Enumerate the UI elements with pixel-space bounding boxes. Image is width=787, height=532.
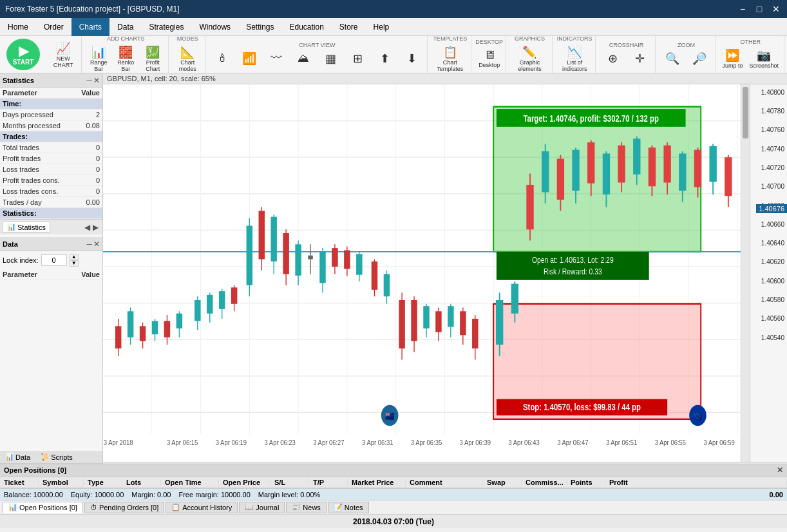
chart-modes-button[interactable]: 📐 Chart modes bbox=[173, 43, 202, 74]
graphic-elements-button[interactable]: ✏️ Graphic elements bbox=[510, 43, 549, 74]
svg-rect-105 bbox=[603, 153, 610, 195]
list-of-indicators-button[interactable]: 📉 List of indicators bbox=[556, 43, 593, 74]
zoom-in-button[interactable]: 🔍 bbox=[659, 50, 685, 68]
stats-section-header: Statistics: bbox=[0, 208, 102, 219]
svg-rect-49 bbox=[219, 291, 225, 309]
svg-rect-97 bbox=[542, 151, 549, 193]
data-panel-buttons: ─ ✕ bbox=[86, 240, 100, 249]
lock-index-down-btn[interactable]: ▼ bbox=[70, 260, 79, 267]
nav-tab-open-positions[interactable]: 📊 Open Positions [0] bbox=[3, 502, 83, 513]
scrollbar-thumb[interactable] bbox=[743, 87, 748, 138]
desktop-button[interactable]: 🖥 Desktop bbox=[476, 46, 502, 70]
svg-rect-107 bbox=[618, 146, 625, 183]
left-tab-scripts[interactable]: 📜 Scripts bbox=[35, 451, 78, 463]
lock-index-row: Lock index: ▲ ▼ bbox=[0, 251, 102, 269]
volume-view-button[interactable]: ▦ bbox=[318, 50, 343, 68]
svg-text:3 Apr 2018: 3 Apr 2018 bbox=[104, 438, 133, 446]
price-label-11: 1.40600 bbox=[761, 277, 784, 284]
nav-left-btn[interactable]: ◀ bbox=[83, 223, 91, 232]
close-btn[interactable]: ✕ bbox=[770, 4, 782, 14]
panel-close-btn[interactable]: ✕ bbox=[93, 76, 100, 85]
menu-windows[interactable]: Windows bbox=[191, 18, 238, 36]
price-label-14: 1.40540 bbox=[761, 334, 784, 341]
svg-rect-59 bbox=[283, 233, 289, 274]
maximize-btn[interactable]: □ bbox=[754, 4, 765, 14]
nav-tab-journal[interactable]: 📖 Journal bbox=[239, 502, 285, 513]
crosshair-button[interactable]: ⊕ bbox=[600, 50, 625, 68]
line-view-button[interactable]: 〰 bbox=[263, 50, 289, 67]
bottom-table-header: Ticket Symbol Type Lots Open Time Open P… bbox=[0, 477, 787, 489]
menu-data[interactable]: Data bbox=[109, 18, 141, 36]
graphics-label: GRAPHICS bbox=[515, 35, 545, 42]
equity-value: Equity: 10000.00 bbox=[71, 491, 124, 499]
col-profit: Profit bbox=[605, 479, 787, 486]
bottom-panel-close-btn[interactable]: ✕ bbox=[777, 466, 783, 475]
renko-bar-button[interactable]: 🧱 Renko Bar bbox=[113, 43, 138, 74]
lock-index-up-btn[interactable]: ▲ bbox=[70, 254, 79, 260]
range-bar-button[interactable]: 📊 Range Bar bbox=[86, 43, 111, 74]
svg-text:3 Apr 06:23: 3 Apr 06:23 bbox=[264, 438, 295, 446]
chart-canvas[interactable]: Target: 1.40746, profit: $302.70 / 132 p… bbox=[103, 84, 787, 462]
svg-rect-37 bbox=[140, 326, 146, 341]
lock-index-input[interactable] bbox=[41, 254, 67, 266]
menu-education[interactable]: Education bbox=[281, 18, 331, 36]
nav-tab-account-history[interactable]: 📋 Account History bbox=[166, 502, 238, 513]
chart-templates-button[interactable]: 📋 Chart Templates bbox=[431, 43, 468, 74]
title-bar: Forex Tester 5 [Education project] - [GB… bbox=[0, 0, 787, 18]
menu-store[interactable]: Store bbox=[332, 18, 366, 36]
menu-help[interactable]: Help bbox=[366, 18, 397, 36]
right-scrollbar[interactable] bbox=[741, 84, 750, 462]
svg-rect-57 bbox=[270, 217, 276, 261]
nav-right-btn[interactable]: ▶ bbox=[91, 223, 100, 232]
menu-settings[interactable]: Settings bbox=[238, 18, 281, 36]
nav-tab-account-history-icon: 📋 bbox=[171, 503, 180, 511]
svg-text:Stop: 1.40570, loss: $99.83 / : Stop: 1.40570, loss: $99.83 / 44 pp bbox=[523, 403, 641, 412]
data-panel-close-btn[interactable]: ✕ bbox=[93, 240, 100, 249]
jump-to-button[interactable]: ⏩ Jump to bbox=[719, 46, 745, 71]
nav-tab-pending-orders-label: Pending Orders [0] bbox=[99, 504, 158, 511]
new-chart-button[interactable]: 📈 NEW CHART bbox=[48, 39, 79, 70]
panel-minimize-btn[interactable]: ─ bbox=[86, 76, 92, 85]
chart-tab-gbpusd[interactable]: GBPUSD,M1 ✕ bbox=[106, 464, 166, 464]
import-button[interactable]: ⬇ bbox=[399, 50, 424, 68]
menu-order[interactable]: Order bbox=[36, 18, 71, 36]
price-label-9: 1.40640 bbox=[761, 240, 784, 247]
menu-bar: Home Order Charts Data Strategies Window… bbox=[0, 18, 787, 36]
statistics-tab[interactable]: 📊 Statistics bbox=[3, 222, 50, 233]
nav-tab-pending-orders[interactable]: ⏱ Pending Orders [0] bbox=[84, 502, 164, 513]
zoom-label: ZOOM bbox=[678, 42, 695, 48]
svg-text:3 Apr 06:35: 3 Apr 06:35 bbox=[411, 438, 442, 446]
balance-bar: Balance: 10000.00 Equity: 10000.00 Margi… bbox=[0, 488, 787, 500]
menu-strategies[interactable]: Strategies bbox=[141, 18, 191, 36]
candle-view-button[interactable]: 🕯 bbox=[209, 50, 235, 67]
menu-charts[interactable]: Charts bbox=[71, 18, 109, 36]
data-panel-minimize-btn[interactable]: ─ bbox=[86, 240, 92, 249]
col-sl: S/L bbox=[270, 479, 309, 486]
nav-tab-news[interactable]: 📰 News bbox=[286, 502, 327, 513]
zoom-out-button[interactable]: 🔎 bbox=[687, 50, 712, 68]
svg-rect-43 bbox=[176, 314, 182, 328]
list-of-indicators-label: List of indicators bbox=[559, 59, 591, 72]
screenshot-button[interactable]: 📷 Screenshot bbox=[746, 46, 781, 71]
svg-rect-121 bbox=[725, 157, 732, 196]
statistics-scroll[interactable]: Parameter Value Time:Days processed2Mont… bbox=[0, 88, 102, 219]
menu-home[interactable]: Home bbox=[0, 18, 36, 36]
crosshair2-button[interactable]: ✛ bbox=[627, 50, 652, 68]
stats-param: Months processed bbox=[0, 120, 75, 131]
nav-tab-notes[interactable]: 📝 Notes bbox=[328, 502, 369, 513]
statistics-panel-footer: 📊 Statistics ◀ ▶ bbox=[0, 219, 102, 234]
chart-tab-eurusd[interactable]: EURUSD,H1 ✕ bbox=[167, 464, 226, 464]
area-view-button[interactable]: ⛰ bbox=[290, 50, 316, 67]
crosshair-group: CROSSHAIR ⊕ ✛ bbox=[597, 36, 656, 73]
chart-tab-usdjpy[interactable]: USDJPY,M15 ✕ bbox=[227, 464, 287, 464]
profit-chart-button[interactable]: 💹 Profit Chart bbox=[140, 43, 166, 74]
stats-value: 0 bbox=[75, 164, 102, 175]
bar-view-button[interactable]: 📶 bbox=[236, 50, 262, 68]
svg-text:3 Apr 06:59: 3 Apr 06:59 bbox=[703, 438, 734, 446]
export-button[interactable]: ⬆ bbox=[372, 50, 397, 68]
start-button[interactable]: ▶ START bbox=[6, 39, 40, 70]
minimize-btn[interactable]: − bbox=[737, 4, 748, 14]
graphics-group: GRAPHICS ✏️ Graphic elements bbox=[507, 36, 553, 73]
grid-view-button[interactable]: ⊞ bbox=[345, 50, 370, 68]
left-tab-data[interactable]: 📊 Data bbox=[0, 451, 35, 463]
